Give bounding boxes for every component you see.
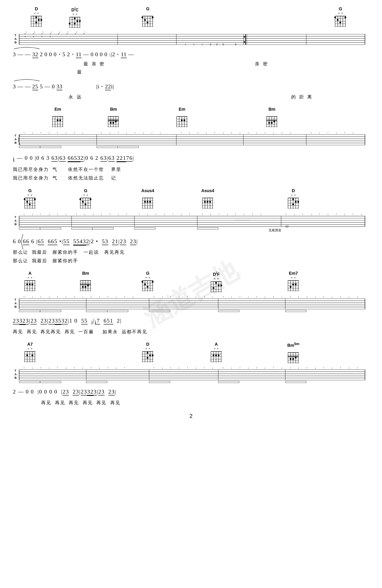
svg-text:↑: ↑ <box>151 131 153 134</box>
svg-text:↑: ↑ <box>340 366 341 369</box>
svg-rect-337 <box>93 228 114 229</box>
notation-line-6: 2 — 0 0 |0 0 0 0 |23 23|23323|23 23| <box>13 386 369 398</box>
chord-Bm-3: Bm <box>79 271 92 292</box>
svg-text:↑: ↑ <box>340 295 341 298</box>
svg-text:↑: ↑ <box>124 366 125 369</box>
svg-text:↓: ↓ <box>147 213 148 216</box>
chord-D2-grid <box>287 197 300 210</box>
note-span-2: 3 — — 25 5 — 0 33 |i・22i| <box>13 84 114 90</box>
svg-text:↑: ↑ <box>153 366 154 369</box>
svg-text:↓: ↓ <box>348 366 349 369</box>
page-number: 2 <box>13 413 369 420</box>
notation-line-4: 6 0 66 6 |65 665 •|55 55432|2 • 53 21|23… <box>13 235 369 248</box>
svg-text:↑: ↑ <box>107 295 108 298</box>
svg-point-352 <box>29 283 31 285</box>
svg-text:↓: ↓ <box>117 213 119 216</box>
svg-point-154 <box>271 122 273 124</box>
svg-text:↑: ↑ <box>189 213 190 216</box>
svg-text:B: B <box>15 41 17 44</box>
svg-text:↓: ↓ <box>331 295 333 298</box>
note-span-5: 23323|23 23|233532|1 0 55 i|i7 651 2| <box>13 317 122 324</box>
svg-text:2: 2 <box>216 43 218 46</box>
svg-text:A: A <box>15 373 17 376</box>
svg-text:↑: ↑ <box>74 131 75 134</box>
svg-text:T: T <box>15 298 17 301</box>
svg-text:↓: ↓ <box>162 295 163 298</box>
svg-text:0: 0 <box>210 43 211 46</box>
svg-point-507 <box>215 355 217 356</box>
svg-text:↑: ↑ <box>289 366 291 369</box>
svg-text:↑: ↑ <box>223 366 224 369</box>
svg-text:↑: ↑ <box>155 213 157 216</box>
svg-text:无尾滑音: 无尾滑音 <box>268 229 281 232</box>
svg-rect-336 <box>72 228 93 229</box>
svg-text:↑: ↑ <box>252 213 253 216</box>
svg-text:↑: ↑ <box>180 131 182 134</box>
system-1: D × × <box>13 6 369 75</box>
svg-text:↓: ↓ <box>48 295 50 298</box>
svg-rect-465 <box>86 310 107 312</box>
svg-text:↑: ↑ <box>197 131 198 134</box>
svg-text:↑: ↑ <box>57 366 58 369</box>
svg-text:B: B <box>15 222 17 226</box>
svg-point-39 <box>142 17 143 18</box>
svg-point-91 <box>244 36 245 38</box>
svg-rect-210 <box>117 146 138 148</box>
chord-DF: D/F × × <box>210 271 223 293</box>
svg-text:↓: ↓ <box>289 131 291 134</box>
system-4: G × × <box>13 188 369 265</box>
svg-text:↑: ↑ <box>357 366 358 369</box>
svg-text:↑: ↑ <box>25 31 27 34</box>
svg-point-223 <box>26 201 28 203</box>
svg-text:↑: ↑ <box>42 31 44 34</box>
svg-rect-339 <box>197 228 218 229</box>
chord-Em2-grid <box>176 115 189 128</box>
svg-text:↑: ↑ <box>59 31 60 34</box>
chord-Bm4-grid <box>287 352 300 364</box>
lyric-span-2a: 永 远 <box>69 94 82 100</box>
svg-point-406 <box>292 283 294 285</box>
svg-text:↑: ↑ <box>76 213 77 216</box>
svg-text:↑: ↑ <box>352 213 354 216</box>
svg-rect-207 <box>19 146 40 148</box>
svg-text:↑: ↑ <box>126 213 127 216</box>
svg-text:×: × <box>202 43 203 46</box>
chord-A7-grid <box>23 350 37 363</box>
svg-text:↑: ↑ <box>153 295 154 298</box>
svg-point-278 <box>292 204 294 205</box>
chord-A-1: A × × <box>23 271 37 292</box>
svg-text:↑: ↑ <box>306 295 307 298</box>
svg-point-237 <box>82 201 84 203</box>
svg-point-351 <box>26 283 28 285</box>
svg-text:↑: ↑ <box>117 131 119 134</box>
svg-point-42 <box>147 22 148 23</box>
svg-point-366 <box>85 286 86 288</box>
svg-text:↑: ↑ <box>273 366 274 369</box>
svg-text:×: × <box>41 35 43 38</box>
chord-A1-grid <box>23 279 37 292</box>
svg-point-367 <box>87 285 89 287</box>
svg-point-493 <box>149 355 151 356</box>
svg-point-114 <box>59 119 61 121</box>
svg-point-251 <box>149 201 151 203</box>
svg-text:0: 0 <box>235 43 237 46</box>
svg-point-521 <box>292 358 294 360</box>
chord-Asus4-2: Asus4 <box>201 188 214 210</box>
svg-text:↓: ↓ <box>65 295 67 298</box>
chord-Em-1: Em <box>51 107 64 128</box>
notation-line-1: 3 — — 32 2 0 0 0・5 2・11 — 0 0 0 0 :|2・11… <box>13 49 369 60</box>
svg-point-250 <box>147 201 148 203</box>
svg-point-392 <box>215 282 217 284</box>
chord-G5-grid <box>141 279 154 292</box>
svg-text:↑: ↑ <box>323 295 325 298</box>
svg-rect-467 <box>149 310 170 312</box>
lyric-span-2b: 的 距 离 <box>291 94 312 100</box>
svg-text:↓: ↓ <box>298 295 299 298</box>
svg-text:↑: ↑ <box>74 295 75 298</box>
svg-text:↑: ↑ <box>187 366 188 369</box>
svg-text:↑: ↑ <box>109 213 111 216</box>
svg-text:↓: ↓ <box>65 131 67 134</box>
svg-text:↓: ↓ <box>331 366 333 369</box>
svg-text:↓: ↓ <box>227 213 228 216</box>
svg-rect-580 <box>218 381 239 383</box>
